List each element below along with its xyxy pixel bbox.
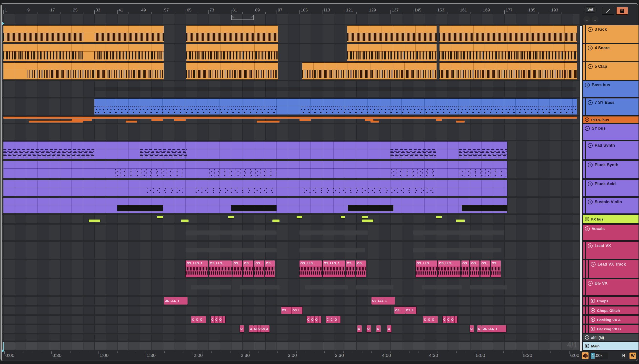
insert-marker-top[interactable]: [2, 22, 5, 25]
perc-clip[interactable]: [257, 120, 279, 122]
audio-clip[interactable]: O: [427, 316, 431, 323]
audio-clip[interactable]: C: [326, 316, 330, 323]
draw-mode-button[interactable]: [602, 7, 614, 15]
audio-clip[interactable]: OS_LLS_1: [372, 297, 395, 304]
midi-clip[interactable]: [440, 26, 577, 42]
fx-clip[interactable]: [228, 216, 234, 218]
audio-clip[interactable]: O: [218, 316, 223, 323]
audio-clip[interactable]: OS_LLS_1: [323, 260, 345, 277]
audio-clip[interactable]: O: [334, 316, 338, 323]
audio-clip[interactable]: OS_: [243, 260, 253, 277]
width-zoom-button[interactable]: W: [629, 352, 636, 359]
audio-clip[interactable]: [338, 316, 341, 323]
track-header-perc-bus[interactable]: ≡PERC bus: [583, 116, 638, 123]
track-header-vocals[interactable]: ≡Vocals: [583, 225, 638, 240]
audio-clip[interactable]: OS_LLS: [416, 260, 437, 277]
audio-clip[interactable]: OS_: [470, 260, 480, 277]
audio-clip[interactable]: O: [195, 316, 199, 323]
audio-clip[interactable]: OS_: [265, 260, 275, 277]
unfold-icon[interactable]: ▾: [588, 200, 593, 204]
audio-clip[interactable]: O: [199, 316, 203, 323]
midi-clip[interactable]: [347, 44, 437, 61]
midi-clip[interactable]: [4, 44, 164, 61]
playback-speed-field[interactable]: 1.00x: [590, 352, 608, 359]
unfold-icon[interactable]: ▾: [585, 335, 589, 340]
audio-clip[interactable]: O: [477, 325, 482, 332]
midi-clip[interactable]: [347, 26, 437, 42]
group-icon[interactable]: ≡: [585, 126, 590, 131]
track-header-7-sy-bass[interactable]: ▾7 SY Bass: [586, 98, 638, 115]
audio-clip[interactable]: OS_LLS_: [438, 260, 460, 277]
group-icon[interactable]: ≡: [585, 118, 589, 122]
perc-clip[interactable]: [456, 120, 465, 122]
audio-clip[interactable]: C: [330, 316, 334, 323]
audio-clip[interactable]: OS_LLS_1: [186, 260, 208, 277]
perc-clip[interactable]: [299, 119, 311, 121]
audio-clip[interactable]: C: [443, 316, 447, 323]
audio-clip[interactable]: [455, 316, 457, 323]
audio-clip[interactable]: C: [423, 316, 427, 323]
audio-clip[interactable]: OS: [253, 325, 258, 332]
perc-clip[interactable]: [371, 120, 379, 122]
audio-clip[interactable]: OS_I: [461, 260, 470, 277]
back-arrow-button[interactable]: ←: [583, 16, 590, 23]
track-header-pluck-acid[interactable]: ▾Pluck Acid: [586, 180, 638, 196]
unfold-icon[interactable]: ▾: [588, 64, 593, 69]
track-header-pad-synth[interactable]: ▾Pad Synth: [586, 141, 638, 159]
audio-clip[interactable]: OS_LLS_: [299, 260, 322, 277]
track-header-sy-bus[interactable]: ≡SY bus: [583, 124, 638, 140]
track-header-sustain-violin[interactable]: ▾Sustain Violin: [586, 198, 638, 214]
track-header-main[interactable]: ▶Main: [583, 342, 638, 350]
play-icon[interactable]: ▶: [585, 344, 589, 348]
track-header-4-snare[interactable]: ▾4 Snare: [586, 44, 638, 62]
track-header-bg-vx[interactable]: ≡BG VX: [586, 279, 638, 295]
midi-clip[interactable]: [4, 142, 507, 159]
midi-clip[interactable]: [186, 62, 278, 80]
audio-clip[interactable]: O: [249, 325, 253, 332]
group-icon[interactable]: ≡: [585, 217, 589, 221]
track-header-backing-vx-b[interactable]: ▶Backing VX B: [589, 325, 638, 333]
audio-clip[interactable]: O: [310, 316, 315, 323]
fx-clip[interactable]: [456, 220, 465, 222]
audio-clip[interactable]: OS_L: [292, 307, 302, 314]
audio-clip[interactable]: O: [431, 316, 435, 323]
audio-clip[interactable]: OS_L: [405, 307, 416, 314]
fx-clip[interactable]: [362, 220, 373, 222]
track-header-lead-vx-track[interactable]: ▾Lead VX Track: [589, 260, 638, 278]
fx-clip[interactable]: [89, 220, 100, 222]
perc-clip-strip[interactable]: [4, 117, 577, 119]
midi-clip[interactable]: [302, 62, 437, 80]
audio-clip[interactable]: [223, 316, 225, 323]
midi-clip[interactable]: [186, 26, 278, 42]
fx-clip[interactable]: [181, 220, 188, 222]
audio-clip[interactable]: [203, 316, 206, 323]
fx-clip[interactable]: [436, 216, 442, 218]
group-icon[interactable]: ≡: [588, 281, 593, 286]
track-header-5-clap[interactable]: ▾5 Clap: [586, 62, 638, 80]
audio-clip[interactable]: OS_: [254, 260, 264, 277]
track-header-pluck-synth[interactable]: ▾Pluck Synth: [586, 161, 638, 178]
audio-clip[interactable]: C: [306, 316, 311, 323]
midi-clip[interactable]: [4, 26, 164, 42]
fx-clip[interactable]: [362, 216, 368, 218]
audio-clip[interactable]: OS_: [346, 260, 355, 277]
loop-start-handle[interactable]: ▷: [232, 15, 235, 19]
unfold-icon[interactable]: ▾: [588, 46, 593, 50]
audio-clip[interactable]: OS_LLS_: [209, 260, 232, 277]
unfold-icon[interactable]: ▾: [588, 182, 593, 186]
lock-envelopes-button[interactable]: [616, 7, 628, 15]
audio-clip[interactable]: OS_: [232, 260, 242, 277]
midi-clip[interactable]: [4, 198, 507, 213]
fx-clip[interactable]: [272, 220, 279, 222]
unfold-icon[interactable]: ▾: [588, 100, 593, 105]
fx-clip[interactable]: [341, 216, 345, 218]
audio-clip[interactable]: O: [387, 325, 392, 332]
audio-clip[interactable]: OS_: [394, 307, 405, 314]
track-header-lead-vx[interactable]: ≡Lead VX: [586, 242, 638, 259]
audio-clip[interactable]: [435, 316, 438, 323]
group-icon[interactable]: ≡: [588, 244, 593, 248]
audio-clip[interactable]: OS_LLS_1: [164, 297, 187, 304]
midi-clip[interactable]: [4, 62, 164, 80]
playhead-line[interactable]: [4, 342, 4, 350]
midi-clip[interactable]: [440, 62, 577, 80]
